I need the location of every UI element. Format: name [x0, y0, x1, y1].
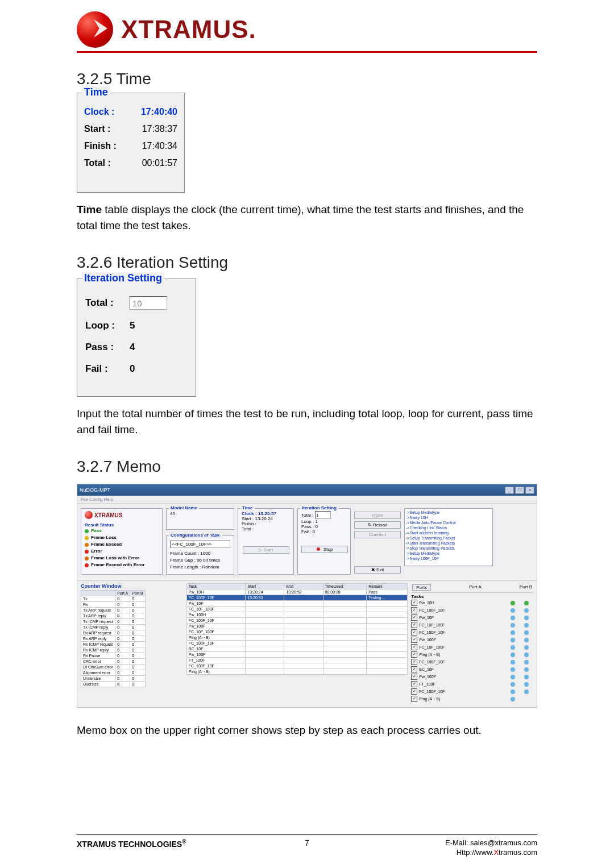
task-checkbox[interactable]: ✓	[411, 674, 417, 680]
iteration-loop-label: Loop :	[85, 320, 130, 331]
task-checkbox[interactable]: ✓	[411, 600, 417, 606]
app-logo-icon	[85, 511, 93, 519]
reload-button[interactable]: ↻ Reload	[354, 521, 401, 529]
ports-task-row: ✓Pw_10H	[411, 599, 533, 607]
time-body-rest: table displays the clock (the current ti…	[77, 203, 524, 231]
app-menubar[interactable]: File Config Help	[77, 496, 537, 504]
iteration-body-text: Input the total number of times the test…	[77, 406, 537, 437]
iteration-row-loop: Loop : 5	[85, 320, 188, 331]
status-dot-icon	[524, 690, 529, 694]
time-row-finish: Finish : 17:40:34	[84, 141, 177, 151]
status-dot-icon	[511, 690, 515, 694]
iteration-panel-legend: Iteration Setting	[82, 272, 164, 284]
brand-header: XTRAMUS .	[77, 11, 537, 53]
status-dot-icon	[511, 638, 515, 642]
close-icon[interactable]: ×	[525, 487, 534, 494]
ports-header-a: Port A	[469, 584, 482, 591]
result-status-list: PassFrame LossFrame ExceedErrorFrame Los…	[85, 528, 159, 568]
time-clock-label: Clock :	[84, 107, 114, 117]
status-dot-icon	[524, 660, 529, 665]
status-dot-icon	[524, 601, 529, 605]
section-heading-time: 3.2.5 Time	[77, 70, 537, 88]
status-dot-icon	[511, 645, 515, 650]
task-checkbox[interactable]: ✓	[411, 629, 417, 636]
result-status-item: Frame Loss	[85, 534, 159, 541]
counter-table: Port APort BTx00Rx00Tx ARP request00Tx A…	[81, 590, 146, 687]
iteration-panel: Iteration Setting Total : Loop : 5 Pass …	[77, 279, 196, 397]
task-checkbox[interactable]: ✓	[411, 659, 417, 665]
iteration-total-input[interactable]	[130, 296, 167, 310]
status-dot-icon	[85, 536, 89, 540]
status-dot-icon	[511, 667, 515, 672]
iteration-row-total: Total :	[85, 296, 188, 310]
time-start-label: Start :	[84, 124, 110, 134]
time-total-value: 00:01:57	[142, 158, 177, 168]
task-checkbox[interactable]: ✓	[411, 607, 417, 613]
task-checkbox[interactable]: ✓	[411, 666, 417, 672]
status-dot-icon	[524, 682, 529, 687]
status-dot-icon	[511, 608, 515, 613]
ports-task-row: ✓Pw_100F	[411, 673, 533, 680]
time-row-clock: Clock : 17:40:40	[84, 107, 177, 117]
status-dot-icon	[524, 675, 529, 679]
page-footer: XTRAMUS TECHNOLOGIES® 7 E-Mail: sales@xt…	[77, 834, 537, 858]
status-dot-icon	[511, 653, 515, 657]
task-checkbox[interactable]: ✓	[411, 681, 417, 687]
maximize-icon[interactable]: □	[515, 487, 524, 494]
mini-iter-pass: Pass : 0	[301, 524, 347, 529]
mini-iter-fail: Fail : 0	[301, 529, 347, 534]
task-checkbox[interactable]: ✓	[411, 696, 417, 702]
footer-page-number: 7	[77, 838, 537, 848]
task-checkbox[interactable]: ✓	[411, 688, 417, 695]
task-checkbox[interactable]: ✓	[411, 614, 417, 621]
status-dot-icon	[511, 660, 515, 665]
task-checkbox[interactable]: ✓	[411, 622, 417, 628]
ports-task-row: ✓Ping (A→B)	[411, 695, 533, 703]
conf-title: Configurations of Task	[169, 533, 222, 538]
status-dot-icon	[511, 682, 515, 687]
time-clock-value: 17:40:40	[141, 107, 177, 117]
iteration-fail-label: Fail :	[85, 363, 130, 375]
status-dot-icon	[85, 556, 89, 560]
connect-button[interactable]: Connect	[354, 531, 401, 538]
tasks-table: TaskStartEndTimeUsedRemarkPw_10H13:20:24…	[186, 583, 408, 675]
result-status-item: Frame Loss with Error	[85, 555, 159, 562]
status-dot-icon	[511, 697, 515, 701]
status-dot-icon	[85, 529, 89, 533]
iteration-fail-value: 0	[130, 363, 135, 375]
ports-task-row: ✓FC_100F_10F	[411, 629, 533, 636]
result-status-item: Frame Exceed with Error	[85, 562, 159, 568]
status-dot-icon	[524, 616, 529, 620]
open-button[interactable]: Open	[354, 512, 401, 519]
mini-iter-total: Total :	[301, 511, 347, 519]
mini-time-finish: Finish :	[242, 521, 290, 526]
status-dot-icon	[524, 645, 529, 650]
iteration-pass-value: 4	[130, 342, 135, 353]
task-checkbox[interactable]: ✓	[411, 644, 417, 650]
memo-body-text: Memo box on the upper right corner shows…	[77, 722, 537, 738]
iteration-row-fail: Fail : 0	[85, 363, 188, 375]
task-checkbox[interactable]: ✓	[411, 651, 417, 658]
ports-tasks-label: Tasks	[411, 592, 533, 599]
result-status-title: Result Status	[85, 522, 159, 528]
task-checkbox[interactable]: ✓	[411, 637, 417, 643]
counter-window-title: Counter Window	[81, 583, 183, 589]
start-button[interactable]: ▷ Start	[243, 546, 289, 554]
exit-button[interactable]: ✖ Exit	[354, 566, 401, 574]
app-title: NuDOG-MPT	[80, 487, 110, 493]
section-heading-memo: 3.2.7 Memo	[77, 458, 537, 476]
conf-task-name: <<FC_100F_10F>>	[170, 541, 230, 548]
time-body-bold: Time	[77, 203, 102, 215]
model-name-title: Model Name	[169, 505, 199, 510]
minimize-icon[interactable]: _	[505, 487, 514, 494]
status-dot-icon	[511, 623, 515, 628]
iteration-loop-value: 5	[130, 320, 135, 331]
ports-button[interactable]: Ports	[412, 584, 431, 591]
mini-iter-loop: Loop : 1	[301, 519, 347, 524]
time-panel: Time Clock : 17:40:40 Start : 17:38:37 F…	[77, 93, 185, 193]
status-dot-icon	[511, 616, 515, 620]
status-dot-icon	[85, 550, 89, 554]
stop-button[interactable]: Stop	[301, 546, 348, 553]
mini-iter-total-input[interactable]	[315, 511, 331, 519]
ports-task-row: ✓FT_100F	[411, 680, 533, 688]
